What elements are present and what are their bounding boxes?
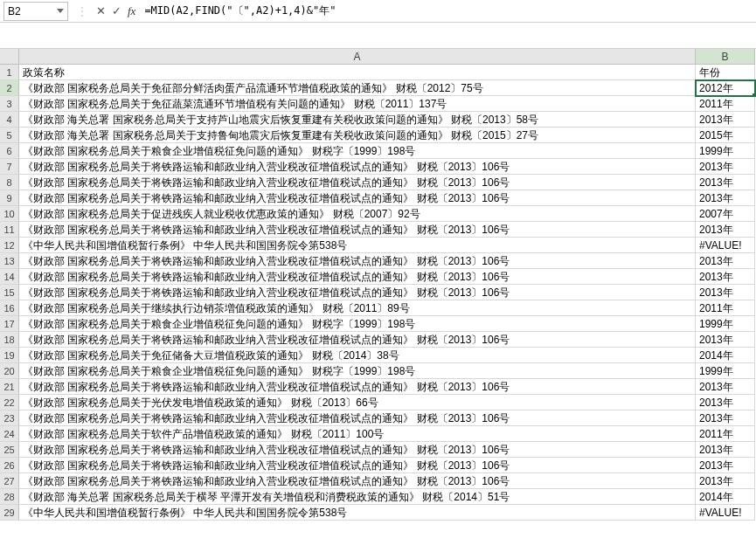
cell[interactable]: 2013年: [696, 175, 755, 190]
cell[interactable]: 2013年: [696, 190, 755, 206]
cell[interactable]: 《财政部 海关总署 国家税务总局关于横琴 平潭开发有关增值税和消费税政策的通知》…: [19, 489, 696, 505]
row-header[interactable]: 24: [0, 426, 19, 442]
cell[interactable]: 《财政部 海关总署 国家税务总局关于支持芦山地震灾后恢复重建有关税收政策问题的通…: [19, 112, 696, 128]
row-header[interactable]: 27: [0, 473, 19, 489]
cell[interactable]: 《财政部 国家税务总局关于将铁路运输和邮政业纳入营业税改征增值税试点的通知》 财…: [19, 410, 696, 426]
cell[interactable]: 2013年: [696, 269, 755, 285]
row-header[interactable]: 14: [0, 269, 19, 285]
row-header[interactable]: 12: [0, 238, 19, 253]
chevron-down-icon[interactable]: [57, 9, 64, 13]
row-header[interactable]: 26: [0, 458, 19, 473]
row-header[interactable]: 15: [0, 285, 19, 300]
row-header[interactable]: 29: [0, 505, 19, 521]
cell[interactable]: 《财政部 国家税务总局关于将铁路运输和邮政业纳入营业税改征增值税试点的通知》 财…: [19, 473, 696, 489]
cell[interactable]: 2013年: [696, 395, 755, 410]
row-header[interactable]: 5: [0, 128, 19, 143]
row-header[interactable]: 21: [0, 379, 19, 395]
cell[interactable]: 《财政部 国家税务总局关于粮食企业增值税征免问题的通知》 财税字〔1999〕19…: [19, 143, 696, 159]
cell[interactable]: 《财政部 国家税务总局关于免征蔬菜流通环节增值税有关问题的通知》 财税〔2011…: [19, 96, 696, 112]
cell[interactable]: 2013年: [696, 458, 755, 473]
cell[interactable]: 2013年: [696, 159, 755, 175]
cell[interactable]: 2013年: [696, 222, 755, 238]
cell[interactable]: 2013年: [696, 410, 755, 426]
row-header[interactable]: 8: [0, 175, 19, 190]
cell[interactable]: #VALUE!: [696, 505, 755, 521]
cell[interactable]: 《财政部 国家税务总局关于将铁路运输和邮政业纳入营业税改征增值税试点的通知》 财…: [19, 379, 696, 395]
row-header[interactable]: 19: [0, 348, 19, 363]
cell[interactable]: 《财政部 国家税务总局关于粮食企业增值税征免问题的通知》 财税字〔1999〕19…: [19, 316, 696, 332]
cell[interactable]: 2011年: [696, 96, 755, 112]
formula-bar: B2 ⋮ ✕ ✓ fx =MID(A2,FIND("〔",A2)+1,4)&"年…: [0, 0, 756, 23]
cell[interactable]: 2011年: [696, 300, 755, 316]
cell[interactable]: 《财政部 国家税务总局关于将铁路运输和邮政业纳入营业税改征增值税试点的通知》 财…: [19, 222, 696, 238]
cell[interactable]: 2007年: [696, 206, 755, 222]
fx-icon[interactable]: fx: [128, 4, 135, 18]
row-header[interactable]: 17: [0, 316, 19, 332]
cell[interactable]: 2013年: [696, 379, 755, 395]
cell[interactable]: 2014年: [696, 489, 755, 505]
cell[interactable]: 《财政部 国家税务总局关于将铁路运输和邮政业纳入营业税改征增值税试点的通知》 财…: [19, 190, 696, 206]
row-header[interactable]: 20: [0, 363, 19, 379]
cell[interactable]: 政策名称: [19, 65, 696, 80]
cell[interactable]: 1999年: [696, 316, 755, 332]
column-header-A[interactable]: A: [19, 49, 696, 65]
row-header[interactable]: 13: [0, 253, 19, 269]
name-box-text: B2: [8, 5, 21, 17]
cell[interactable]: 《财政部 国家税务总局关于粮食企业增值税征免问题的通知》 财税字〔1999〕19…: [19, 363, 696, 379]
cell[interactable]: 《财政部 国家税务总局关于将铁路运输和邮政业纳入营业税改征增值税试点的通知》 财…: [19, 269, 696, 285]
cancel-icon[interactable]: ✕: [93, 4, 108, 17]
row-header[interactable]: 11: [0, 222, 19, 238]
row-header[interactable]: 18: [0, 332, 19, 348]
row-header[interactable]: 28: [0, 489, 19, 505]
cell[interactable]: 2012年: [696, 80, 755, 96]
row-header[interactable]: 1: [0, 65, 19, 80]
cell[interactable]: 《财政部 国家税务总局关于促进残疾人就业税收优惠政策的通知》 财税〔2007〕9…: [19, 206, 696, 222]
cell[interactable]: 2013年: [696, 473, 755, 489]
row-header[interactable]: 9: [0, 190, 19, 206]
cell[interactable]: 《财政部 国家税务总局关于软件产品增值税政策的通知》 财税〔2011〕100号: [19, 426, 696, 442]
cell[interactable]: 《财政部 国家税务总局关于将铁路运输和邮政业纳入营业税改征增值税试点的通知》 财…: [19, 253, 696, 269]
cell[interactable]: 2013年: [696, 332, 755, 348]
cell[interactable]: 2013年: [696, 442, 755, 458]
column-header-B[interactable]: B: [696, 49, 755, 65]
cell[interactable]: 2013年: [696, 253, 755, 269]
row-header[interactable]: 6: [0, 143, 19, 159]
cell[interactable]: 《财政部 国家税务总局关于继续执行边销茶増值税政策的通知》 财税〔2011〕89…: [19, 300, 696, 316]
cell[interactable]: #VALUE!: [696, 238, 755, 253]
formula-input[interactable]: =MID(A2,FIND("〔",A2)+1,4)&"年": [139, 2, 756, 20]
row-header[interactable]: 4: [0, 112, 19, 128]
cell[interactable]: 1999年: [696, 143, 755, 159]
select-all-corner[interactable]: [0, 49, 19, 65]
cell[interactable]: 《财政部 国家税务总局关于将铁路运输和邮政业纳入营业税改征增值税试点的通知》 财…: [19, 285, 696, 300]
confirm-icon[interactable]: ✓: [108, 4, 124, 17]
cell[interactable]: 《中华人民共和国增值税暂行条例》 中华人民共和国国务院令第538号: [19, 505, 696, 521]
cell[interactable]: 1999年: [696, 363, 755, 379]
cell[interactable]: 《财政部 国家税务总局关于免征储备大豆增值税政策的通知》 财税〔2014〕38号: [19, 348, 696, 363]
row-header[interactable]: 25: [0, 442, 19, 458]
cell[interactable]: 《中华人民共和国增值税暂行条例》 中华人民共和国国务院令第538号: [19, 238, 696, 253]
row-header[interactable]: 16: [0, 300, 19, 316]
spreadsheet-grid[interactable]: AB1政策名称年份2《财政部 国家税务总局关于免征部分鲜活肉蛋产品流通环节增值税…: [0, 49, 756, 521]
cell[interactable]: 《财政部 国家税务总局关于将铁路运输和邮政业纳入营业税改征增值税试点的通知》 财…: [19, 159, 696, 175]
cell[interactable]: 《财政部 国家税务总局关于将铁路运输和邮政业纳入营业税改征增值税试点的通知》 财…: [19, 332, 696, 348]
cell[interactable]: 《财政部 国家税务总局关于光伏发电增值税政策的通知》 财税〔2013〕66号: [19, 395, 696, 410]
row-header[interactable]: 3: [0, 96, 19, 112]
cell[interactable]: 年份: [696, 65, 755, 80]
name-box[interactable]: B2: [3, 2, 68, 21]
cell[interactable]: 2013年: [696, 112, 755, 128]
row-header[interactable]: 10: [0, 206, 19, 222]
row-header[interactable]: 23: [0, 410, 19, 426]
separator: ⋮: [77, 5, 87, 17]
cell[interactable]: 《财政部 海关总署 国家税务总局关于支持鲁甸地震灾后恢复重建有关税收政策问题的通…: [19, 128, 696, 143]
row-header[interactable]: 7: [0, 159, 19, 175]
cell[interactable]: 《财政部 国家税务总局关于将铁路运输和邮政业纳入营业税改征增值税试点的通知》 财…: [19, 175, 696, 190]
cell[interactable]: 2015年: [696, 128, 755, 143]
row-header[interactable]: 2: [0, 80, 19, 96]
cell[interactable]: 2014年: [696, 348, 755, 363]
cell[interactable]: 2013年: [696, 285, 755, 300]
cell[interactable]: 2011年: [696, 426, 755, 442]
cell[interactable]: 《财政部 国家税务总局关于将铁路运输和邮政业纳入营业税改征增值税试点的通知》 财…: [19, 442, 696, 458]
cell[interactable]: 《财政部 国家税务总局关于免征部分鲜活肉蛋产品流通环节增值税政策的通知》 财税〔…: [19, 80, 696, 96]
cell[interactable]: 《财政部 国家税务总局关于将铁路运输和邮政业纳入营业税改征增值税试点的通知》 财…: [19, 458, 696, 473]
row-header[interactable]: 22: [0, 395, 19, 410]
